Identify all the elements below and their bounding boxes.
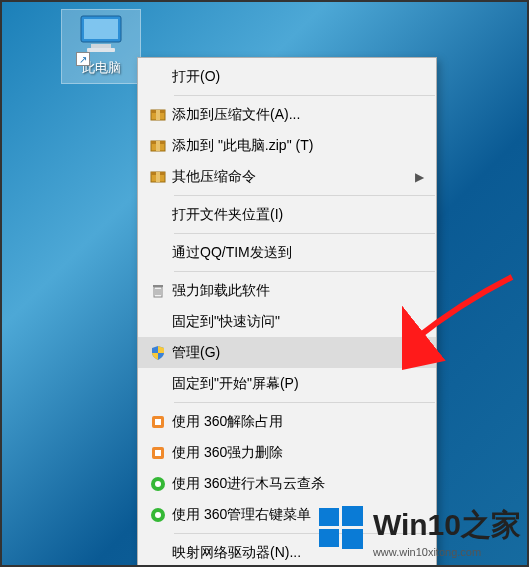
separator — [174, 195, 435, 196]
separator — [174, 233, 435, 234]
context-menu: 打开(O) 添加到压缩文件(A)... 添加到 "此电脑.zip" (T) 其他… — [137, 57, 437, 567]
menu-item-manage[interactable]: 管理(G) — [138, 337, 436, 368]
360-green-icon — [144, 476, 172, 492]
svg-rect-19 — [155, 419, 161, 425]
shield-icon — [144, 345, 172, 361]
menu-item-open-folder-location[interactable]: 打开文件夹位置(I) — [138, 199, 436, 230]
trash-icon — [144, 283, 172, 299]
menu-item-360-force-delete[interactable]: 使用 360强力删除 — [138, 437, 436, 468]
watermark-url: www.win10xitong.com — [373, 546, 521, 558]
windows-logo-icon — [317, 504, 365, 559]
archive-icon — [144, 169, 172, 185]
svg-rect-14 — [153, 285, 163, 287]
desktop-icon-this-pc[interactable]: ↗ 此电脑 — [62, 10, 140, 83]
menu-item-360-release[interactable]: 使用 360解除占用 — [138, 406, 436, 437]
menu-item-other-compress[interactable]: 其他压缩命令 ▶ — [138, 161, 436, 192]
menu-item-send-qq-tim[interactable]: 通过QQ/TIM发送到 — [138, 237, 436, 268]
watermark-text: Win10之家 — [373, 505, 521, 546]
svg-rect-26 — [319, 508, 339, 526]
360-orange-icon — [144, 414, 172, 430]
svg-rect-9 — [156, 141, 160, 151]
svg-rect-6 — [156, 110, 160, 120]
svg-rect-2 — [91, 44, 111, 48]
svg-rect-3 — [87, 48, 115, 52]
separator — [174, 271, 435, 272]
shortcut-arrow-icon: ↗ — [76, 52, 90, 66]
archive-icon — [144, 107, 172, 123]
separator — [174, 402, 435, 403]
computer-icon — [77, 14, 125, 57]
360-orange-icon — [144, 445, 172, 461]
menu-item-add-to-zip[interactable]: 添加到 "此电脑.zip" (T) — [138, 130, 436, 161]
svg-rect-28 — [319, 529, 339, 547]
svg-rect-12 — [156, 172, 160, 182]
svg-point-25 — [155, 512, 161, 518]
menu-item-force-uninstall[interactable]: 强力卸载此软件 — [138, 275, 436, 306]
archive-icon — [144, 138, 172, 154]
menu-item-pin-quick-access[interactable]: 固定到"快速访问" — [138, 306, 436, 337]
menu-item-add-to-archive[interactable]: 添加到压缩文件(A)... — [138, 99, 436, 130]
svg-rect-29 — [342, 529, 363, 549]
menu-item-360-trojan-scan[interactable]: 使用 360进行木马云查杀 — [138, 468, 436, 499]
360-green-icon — [144, 507, 172, 523]
chevron-right-icon: ▶ — [415, 170, 428, 184]
watermark: Win10之家 www.win10xitong.com — [317, 504, 521, 559]
menu-item-open[interactable]: 打开(O) — [138, 61, 436, 92]
separator — [174, 95, 435, 96]
svg-rect-27 — [342, 506, 363, 526]
svg-rect-21 — [155, 450, 161, 456]
desktop-icon-label: 此电脑 — [62, 59, 140, 77]
svg-point-23 — [155, 481, 161, 487]
svg-rect-1 — [84, 19, 118, 39]
menu-item-pin-to-start[interactable]: 固定到"开始"屏幕(P) — [138, 368, 436, 399]
